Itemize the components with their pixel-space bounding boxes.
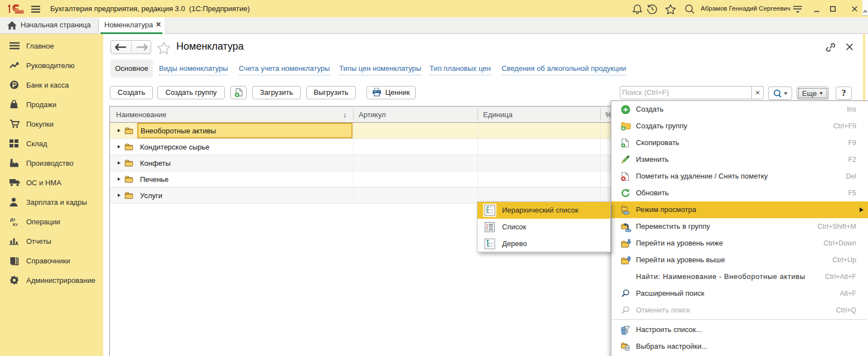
svg-text:Дт: Дт [10, 217, 16, 222]
svg-text:Кт: Кт [13, 222, 18, 227]
